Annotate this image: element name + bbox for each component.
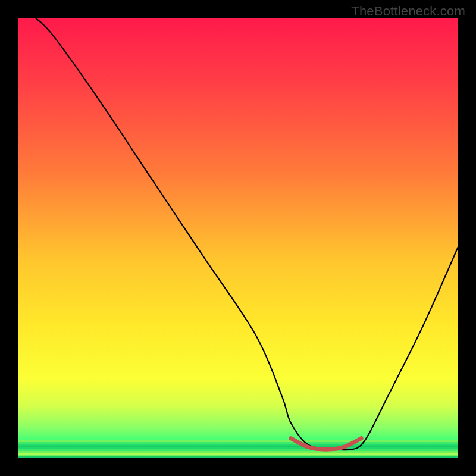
highlight-curve [291,439,361,450]
main-curve [36,18,458,450]
chart-frame: TheBottleneck.com [0,0,476,476]
plot-area [18,18,458,458]
curve-layer [18,18,458,458]
watermark-text: TheBottleneck.com [351,4,465,19]
